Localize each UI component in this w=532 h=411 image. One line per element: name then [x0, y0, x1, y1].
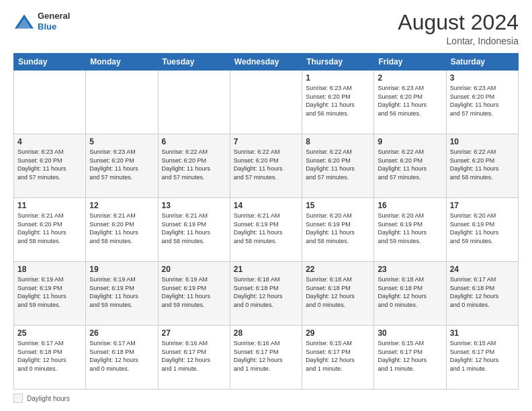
page: General Blue August 2024 Lontar, Indones… [0, 0, 532, 411]
day-number: 12 [89, 201, 154, 210]
day-info: Sunrise: 6:23 AM Sunset: 6:20 PM Dayligh… [450, 84, 515, 118]
calendar-day-cell: 13Sunrise: 6:21 AM Sunset: 6:19 PM Dayli… [158, 198, 230, 262]
day-number: 25 [17, 328, 82, 338]
day-number: 1 [306, 73, 370, 83]
calendar-week-row: 25Sunrise: 6:17 AM Sunset: 6:18 PM Dayli… [14, 326, 519, 390]
weekday-header: Thursday [302, 54, 374, 71]
daylight-label: Daylight hours [27, 395, 70, 402]
day-info: Sunrise: 6:20 AM Sunset: 6:19 PM Dayligh… [378, 212, 442, 245]
calendar-week-row: 4Sunrise: 6:23 AM Sunset: 6:20 PM Daylig… [14, 134, 519, 198]
day-number: 18 [17, 265, 82, 274]
calendar-day-cell: 17Sunrise: 6:20 AM Sunset: 6:19 PM Dayli… [446, 198, 518, 262]
calendar-day-cell: 25Sunrise: 6:17 AM Sunset: 6:18 PM Dayli… [14, 326, 86, 390]
location: Lontar, Indonesia [398, 36, 519, 46]
logo-text: General Blue [38, 11, 70, 32]
day-info: Sunrise: 6:22 AM Sunset: 6:20 PM Dayligh… [162, 148, 226, 181]
calendar-day-cell [86, 71, 158, 134]
calendar-day-cell: 24Sunrise: 6:17 AM Sunset: 6:18 PM Dayli… [446, 262, 518, 326]
calendar-day-cell: 1Sunrise: 6:23 AM Sunset: 6:20 PM Daylig… [302, 71, 374, 134]
calendar-day-cell: 7Sunrise: 6:22 AM Sunset: 6:20 PM Daylig… [230, 134, 302, 198]
day-number: 4 [17, 137, 82, 146]
calendar-day-cell [14, 71, 86, 134]
day-number: 24 [450, 265, 515, 274]
calendar-day-cell: 27Sunrise: 6:16 AM Sunset: 6:17 PM Dayli… [158, 326, 230, 390]
calendar-week-row: 18Sunrise: 6:19 AM Sunset: 6:19 PM Dayli… [14, 262, 519, 326]
day-number: 5 [89, 137, 154, 146]
weekday-header: Wednesday [230, 54, 302, 71]
calendar-day-cell: 29Sunrise: 6:15 AM Sunset: 6:17 PM Dayli… [302, 326, 374, 390]
day-number: 17 [450, 201, 515, 210]
day-info: Sunrise: 6:23 AM Sunset: 6:20 PM Dayligh… [306, 84, 370, 118]
day-number: 20 [162, 265, 226, 274]
day-info: Sunrise: 6:19 AM Sunset: 6:19 PM Dayligh… [89, 275, 154, 309]
header: General Blue August 2024 Lontar, Indones… [13, 11, 519, 46]
day-info: Sunrise: 6:21 AM Sunset: 6:20 PM Dayligh… [17, 212, 82, 245]
calendar-day-cell: 22Sunrise: 6:18 AM Sunset: 6:18 PM Dayli… [302, 262, 374, 326]
calendar-header-row: SundayMondayTuesdayWednesdayThursdayFrid… [14, 54, 519, 71]
day-number: 9 [378, 137, 442, 146]
day-info: Sunrise: 6:20 AM Sunset: 6:19 PM Dayligh… [306, 212, 370, 245]
day-info: Sunrise: 6:21 AM Sunset: 6:20 PM Dayligh… [89, 212, 154, 245]
calendar-day-cell: 20Sunrise: 6:19 AM Sunset: 6:19 PM Dayli… [158, 262, 230, 326]
day-info: Sunrise: 6:17 AM Sunset: 6:18 PM Dayligh… [89, 339, 154, 373]
day-info: Sunrise: 6:22 AM Sunset: 6:20 PM Dayligh… [234, 148, 298, 181]
weekday-header: Tuesday [158, 54, 230, 71]
calendar-day-cell [158, 71, 230, 134]
calendar-day-cell: 18Sunrise: 6:19 AM Sunset: 6:19 PM Dayli… [14, 262, 86, 326]
day-info: Sunrise: 6:23 AM Sunset: 6:20 PM Dayligh… [378, 84, 442, 118]
weekday-header: Monday [86, 54, 158, 71]
day-info: Sunrise: 6:21 AM Sunset: 6:19 PM Dayligh… [162, 212, 226, 245]
day-number: 16 [378, 201, 442, 210]
day-info: Sunrise: 6:15 AM Sunset: 6:17 PM Dayligh… [378, 339, 442, 373]
calendar-day-cell: 31Sunrise: 6:15 AM Sunset: 6:17 PM Dayli… [446, 326, 518, 390]
day-info: Sunrise: 6:18 AM Sunset: 6:18 PM Dayligh… [234, 275, 298, 309]
day-number: 11 [17, 201, 82, 210]
calendar-day-cell: 8Sunrise: 6:22 AM Sunset: 6:20 PM Daylig… [302, 134, 374, 198]
calendar-day-cell: 3Sunrise: 6:23 AM Sunset: 6:20 PM Daylig… [446, 71, 518, 134]
logo: General Blue [13, 11, 70, 32]
day-info: Sunrise: 6:22 AM Sunset: 6:20 PM Dayligh… [450, 148, 515, 181]
logo-general: General [38, 11, 70, 21]
day-info: Sunrise: 6:17 AM Sunset: 6:18 PM Dayligh… [450, 275, 515, 309]
calendar-day-cell: 26Sunrise: 6:17 AM Sunset: 6:18 PM Dayli… [86, 326, 158, 390]
day-info: Sunrise: 6:21 AM Sunset: 6:19 PM Dayligh… [234, 212, 298, 245]
day-number: 21 [234, 265, 298, 274]
calendar-day-cell: 12Sunrise: 6:21 AM Sunset: 6:20 PM Dayli… [86, 198, 158, 262]
day-number: 3 [450, 73, 515, 83]
calendar-day-cell: 30Sunrise: 6:15 AM Sunset: 6:17 PM Dayli… [374, 326, 446, 390]
day-info: Sunrise: 6:22 AM Sunset: 6:20 PM Dayligh… [378, 148, 442, 181]
day-number: 8 [306, 137, 370, 146]
day-number: 13 [162, 201, 226, 210]
day-number: 26 [89, 328, 154, 338]
calendar-table: SundayMondayTuesdayWednesdayThursdayFrid… [13, 53, 519, 390]
day-number: 29 [306, 328, 370, 338]
title-block: August 2024 Lontar, Indonesia [398, 11, 519, 46]
logo-blue: Blue [38, 21, 70, 32]
day-info: Sunrise: 6:16 AM Sunset: 6:17 PM Dayligh… [234, 339, 298, 373]
weekday-header: Saturday [446, 54, 518, 71]
day-number: 27 [162, 328, 226, 338]
day-number: 30 [378, 328, 442, 338]
calendar-day-cell [230, 71, 302, 134]
calendar-day-cell: 21Sunrise: 6:18 AM Sunset: 6:18 PM Dayli… [230, 262, 302, 326]
calendar-day-cell: 10Sunrise: 6:22 AM Sunset: 6:20 PM Dayli… [446, 134, 518, 198]
day-info: Sunrise: 6:17 AM Sunset: 6:18 PM Dayligh… [17, 339, 82, 373]
day-number: 19 [89, 265, 154, 274]
calendar-day-cell: 2Sunrise: 6:23 AM Sunset: 6:20 PM Daylig… [374, 71, 446, 134]
calendar-day-cell: 4Sunrise: 6:23 AM Sunset: 6:20 PM Daylig… [14, 134, 86, 198]
day-number: 14 [234, 201, 298, 210]
weekday-header: Friday [374, 54, 446, 71]
calendar-week-row: 11Sunrise: 6:21 AM Sunset: 6:20 PM Dayli… [14, 198, 519, 262]
weekday-header: Sunday [14, 54, 86, 71]
calendar-day-cell: 9Sunrise: 6:22 AM Sunset: 6:20 PM Daylig… [374, 134, 446, 198]
day-number: 2 [378, 73, 442, 83]
calendar-day-cell: 6Sunrise: 6:22 AM Sunset: 6:20 PM Daylig… [158, 134, 230, 198]
day-info: Sunrise: 6:19 AM Sunset: 6:19 PM Dayligh… [162, 275, 226, 309]
calendar-day-cell: 11Sunrise: 6:21 AM Sunset: 6:20 PM Dayli… [14, 198, 86, 262]
day-info: Sunrise: 6:19 AM Sunset: 6:19 PM Dayligh… [17, 275, 82, 309]
calendar-week-row: 1Sunrise: 6:23 AM Sunset: 6:20 PM Daylig… [14, 71, 519, 134]
calendar-day-cell: 15Sunrise: 6:20 AM Sunset: 6:19 PM Dayli… [302, 198, 374, 262]
day-number: 22 [306, 265, 370, 274]
day-number: 10 [450, 137, 515, 146]
calendar-day-cell: 19Sunrise: 6:19 AM Sunset: 6:19 PM Dayli… [86, 262, 158, 326]
